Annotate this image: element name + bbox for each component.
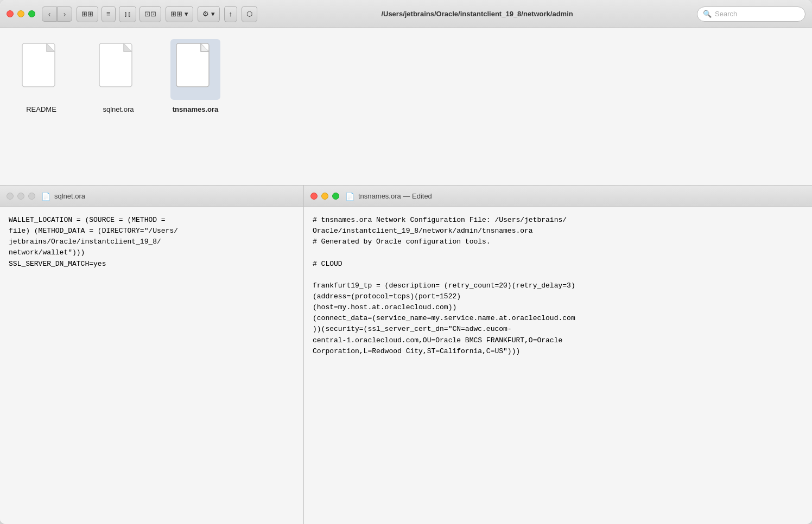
gear-icon: ⚙ bbox=[202, 10, 209, 18]
editor-left-traffic-lights bbox=[7, 193, 35, 200]
path-label: /Users/jetbrains/Oracle/instantclient_19… bbox=[262, 10, 693, 18]
icon-view-icon: ⊞⊞ bbox=[81, 10, 93, 18]
editor-left-max[interactable] bbox=[28, 193, 35, 200]
file-area: README sqlnet.ora tnsnames.ora bbox=[0, 28, 812, 186]
editor-right: 📄 tnsnames.ora — Edited # tnsnames.ora N… bbox=[304, 186, 812, 524]
back-button[interactable]: ‹ bbox=[42, 7, 57, 22]
share-icon: ↑ bbox=[229, 10, 233, 18]
forward-button[interactable]: › bbox=[57, 7, 72, 22]
editor-left-title: sqlnet.ora bbox=[54, 192, 85, 200]
editor-right-traffic-lights bbox=[310, 193, 339, 200]
search-placeholder: Search bbox=[715, 10, 737, 18]
editor-right-min[interactable] bbox=[321, 193, 328, 200]
editor-left-close[interactable] bbox=[7, 193, 14, 200]
file-sqlnet[interactable]: sqlnet.ora bbox=[93, 39, 143, 113]
editor-right-doc-icon: 📄 bbox=[345, 192, 354, 201]
search-box[interactable]: 🔍 Search bbox=[697, 7, 805, 22]
tnsnames-file-icon bbox=[174, 42, 217, 94]
search-icon: 🔍 bbox=[703, 10, 712, 18]
editor-left: 📄 sqlnet.ora WALLET_LOCATION = (SOURCE =… bbox=[0, 186, 304, 524]
editor-left-content[interactable]: WALLET_LOCATION = (SOURCE = (METHOD = fi… bbox=[0, 207, 303, 524]
back-icon: ‹ bbox=[48, 10, 51, 18]
column-view-button[interactable]: ⫿⫿ bbox=[119, 6, 136, 22]
close-button[interactable] bbox=[7, 10, 14, 17]
arrange-arrow-icon: ▾ bbox=[185, 10, 188, 18]
readme-filename: README bbox=[26, 105, 56, 113]
gallery-view-icon: ⊡⊡ bbox=[144, 10, 156, 18]
tag-button[interactable]: ⬡ bbox=[242, 6, 257, 22]
editor-right-content[interactable]: # tnsnames.ora Network Configuration Fil… bbox=[304, 207, 812, 524]
tag-icon: ⬡ bbox=[246, 10, 252, 18]
editor-left-doc-icon: 📄 bbox=[41, 192, 50, 201]
maximize-button[interactable] bbox=[28, 10, 35, 17]
editor-left-min[interactable] bbox=[17, 193, 24, 200]
view-buttons: ⊞⊞ ≡ ⫿⫿ ⊡⊡ bbox=[77, 6, 161, 22]
arrange-button[interactable]: ⊞⊞ ▾ bbox=[166, 6, 193, 22]
action-arrow-icon: ▾ bbox=[211, 10, 215, 18]
list-view-button[interactable]: ≡ bbox=[101, 6, 116, 22]
forward-icon: › bbox=[64, 10, 66, 18]
minimize-button[interactable] bbox=[17, 10, 24, 17]
file-tnsnames[interactable]: tnsnames.ora bbox=[170, 39, 220, 113]
editor-left-titlebar: 📄 sqlnet.ora bbox=[0, 186, 303, 207]
share-button[interactable]: ↑ bbox=[224, 6, 238, 22]
title-bar: ‹ › ⊞⊞ ≡ ⫿⫿ ⊡⊡ ⊞⊞ ▾ ⚙ ▾ bbox=[0, 0, 812, 28]
editor-right-code: # tnsnames.ora Network Configuration Fil… bbox=[313, 215, 803, 357]
file-readme[interactable]: README bbox=[16, 39, 66, 113]
traffic-lights bbox=[7, 10, 35, 17]
gallery-view-button[interactable]: ⊡⊡ bbox=[139, 6, 161, 22]
sqlnet-file-icon bbox=[97, 42, 140, 94]
finder-window: ‹ › ⊞⊞ ≡ ⫿⫿ ⊡⊡ ⊞⊞ ▾ ⚙ ▾ bbox=[0, 0, 812, 524]
editor-right-max[interactable] bbox=[332, 193, 339, 200]
editor-right-title: tnsnames.ora — Edited bbox=[358, 192, 432, 200]
tnsnames-filename: tnsnames.ora bbox=[173, 105, 219, 113]
editors-area: 📄 sqlnet.ora WALLET_LOCATION = (SOURCE =… bbox=[0, 186, 812, 524]
editor-right-close[interactable] bbox=[310, 193, 318, 200]
list-view-icon: ≡ bbox=[106, 10, 111, 18]
editor-left-code: WALLET_LOCATION = (SOURCE = (METHOD = fi… bbox=[9, 215, 295, 270]
column-view-icon: ⫿⫿ bbox=[124, 10, 131, 18]
action-button[interactable]: ⚙ ▾ bbox=[198, 6, 220, 22]
arrange-icon: ⊞⊞ bbox=[170, 10, 182, 18]
nav-buttons: ‹ › bbox=[42, 7, 72, 22]
readme-file-icon bbox=[20, 42, 63, 94]
editor-right-titlebar: 📄 tnsnames.ora — Edited bbox=[304, 186, 812, 207]
icon-view-button[interactable]: ⊞⊞ bbox=[77, 6, 98, 22]
sqlnet-filename: sqlnet.ora bbox=[103, 105, 134, 113]
